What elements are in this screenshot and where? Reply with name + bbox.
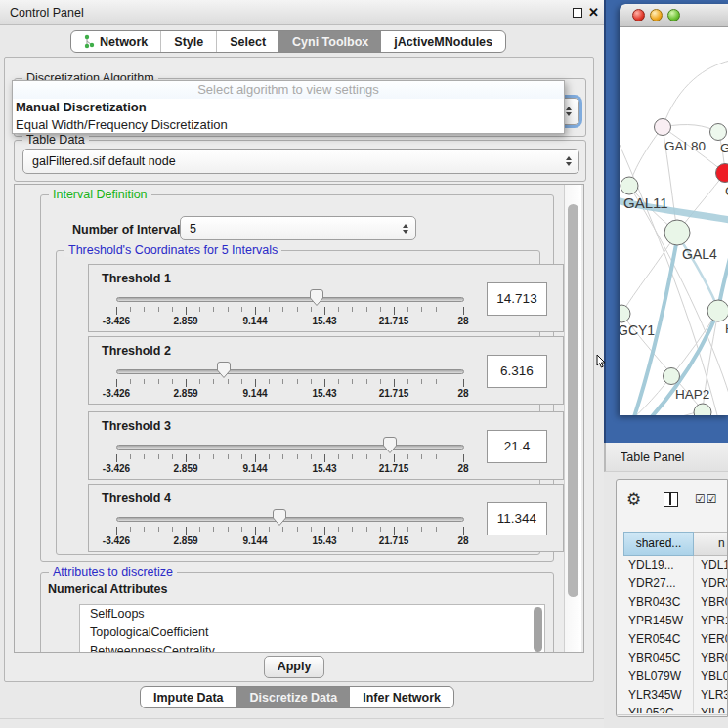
table-row[interactable]: YER054CYER0 [623,630,728,649]
network-window-titlebar[interactable] [620,4,728,27]
threshold-1-slider-thumb[interactable] [309,288,324,308]
tab-discretize-data[interactable]: Discretize Data [236,687,351,707]
table-data-value: galFiltered.sif default node [32,154,176,168]
node-label: GA [720,141,728,155]
attributes-group-label: Attributes to discretize [49,565,177,578]
table-data-combo[interactable]: galFiltered.sif default node [22,149,579,174]
slider-ticks [116,307,465,316]
threshold-2-value[interactable]: 6.316 [487,355,547,388]
tab-network[interactable]: Network [71,31,160,52]
screen: Control Panel ✕ Network Style Select Cyn… [0,0,728,728]
threshold-1-slider[interactable] [116,297,464,302]
threshold-2-slider-thumb[interactable] [216,361,232,380]
node-label: GCY1 [620,322,655,338]
numerical-attributes-label: Numerical Attributes [48,582,167,596]
scrollbar-thumb[interactable] [568,204,578,597]
network-window[interactable]: GAL80 GA C GAL11 GAL4 GCY1 H HAP2 [620,4,728,415]
table-data-group: Table Data galFiltered.sif default node [14,140,586,182]
column-header-name[interactable]: n [694,532,728,556]
threshold-1-value[interactable]: 14.713 [487,282,547,316]
number-of-intervals-value: 5 [190,222,196,236]
node-gal4[interactable] [664,220,690,245]
slider-ticks [116,379,465,388]
network-icon [84,34,95,49]
table-row[interactable]: YBR043CYBR0 [623,593,728,612]
slider-ticks [116,454,465,463]
threshold-4-panel: Threshold 4 -3.426 2.859 9.144 15.43 21.… [88,484,564,552]
slider-ticks [116,527,465,535]
tab-select[interactable]: Select [216,31,278,52]
node-ga[interactable] [710,124,727,141]
dropdown-option-equal-width[interactable]: Equal Width/Frequency Discretization [13,116,564,134]
horizontal-scrollbar[interactable] [617,714,727,717]
minimize-traffic-light-icon[interactable] [650,9,663,21]
network-desktop: GAL80 GA C GAL11 GAL4 GCY1 H HAP2 [604,0,728,443]
table-row[interactable]: YDL19...YDL1 [623,556,728,575]
threshold-coordinates-label: Threshold's Coordinates for 5 Intervals [64,243,281,257]
combo-arrows-icon [566,156,572,166]
column-header-shared[interactable]: shared... [623,532,694,556]
list-item[interactable]: BetweennessCentrality [80,642,544,653]
checkboxes-icon[interactable]: ☑☑ [695,492,718,506]
list-scrollbar[interactable] [534,607,542,652]
node-label: GAL80 [664,139,706,153]
network-canvas[interactable]: GAL80 GA C GAL11 GAL4 GCY1 H HAP2 [620,27,728,415]
table-row[interactable]: YBL079WYBL0 [623,667,728,686]
dropdown-option-manual[interactable]: Manual Discretization [13,99,564,116]
tab-jactivemnodules[interactable]: jActiveMNodules [381,31,505,52]
list-item[interactable]: SelfLoops [80,605,544,623]
table-rows: YDL19...YDL1 YDR27...YDR2 YBR043CYBR0 YP… [623,556,728,713]
threshold-3-slider[interactable] [116,445,464,450]
threshold-2-panel: Threshold 2 -3.426 2.859 9.144 15.43 21.… [88,336,564,405]
node-gal11[interactable] [621,177,638,194]
node-label: GAL11 [623,194,668,211]
table-panel-area: ⚙ ☑☑ shared... n YDL19...YDL1 YDR27...YD… [604,472,728,728]
table-row[interactable]: YDR27...YDR2 [623,575,728,593]
columns-icon[interactable] [664,492,678,507]
numerical-attributes-list[interactable]: SelfLoops TopologicalCoefficient Between… [79,604,545,653]
attributes-group: Attributes to discretize Numerical Attri… [40,572,554,653]
tab-style[interactable]: Style [160,31,216,52]
node-h[interactable] [707,300,728,321]
threshold-3-value[interactable]: 21.4 [487,430,547,463]
tab-infer-network[interactable]: Infer Network [350,687,453,707]
table-row[interactable]: YBR045CYBR0 [623,649,728,667]
table-row[interactable]: YIL052CYIL0 [623,705,728,713]
table-data-label: Table Data [22,133,89,147]
interval-definition-label: Interval Definition [49,188,151,201]
table-panel-titlebar: Table Panel [604,443,728,472]
tab-impute-data[interactable]: Impute Data [141,687,236,707]
panel-title: Control Panel [10,6,84,20]
close-traffic-light-icon[interactable] [632,9,645,21]
node-gal80[interactable] [655,119,671,136]
zoom-traffic-light-icon[interactable] [667,9,680,21]
node-hap2[interactable] [664,368,680,385]
threshold-4-slider-thumb[interactable] [272,508,287,528]
table-row[interactable]: YPR145WYPR1 [623,612,728,630]
threshold-4-value[interactable]: 11.344 [487,502,547,535]
gear-icon[interactable]: ⚙ [626,490,641,510]
tab-cyni-toolbox[interactable]: Cyni Toolbox [278,31,381,52]
node-gcy1[interactable] [620,305,630,322]
apply-button[interactable]: Apply [264,656,324,678]
number-of-intervals-combo[interactable]: 5 [180,216,416,240]
float-window-icon[interactable] [573,8,582,18]
algorithm-dropdown-popup: Select algorithm to view settings Manual… [12,80,565,134]
node-label: GAL4 [682,246,717,262]
close-icon[interactable]: ✕ [588,5,599,20]
vertical-scrollbar[interactable] [564,185,581,652]
settings-scrollpane: Interval Definition Number of Intervals … [14,184,584,653]
scrollbar-thumb[interactable] [620,716,713,717]
table-panel-title: Table Panel [621,450,684,464]
interval-definition-group: Interval Definition Number of Intervals … [40,194,554,562]
threshold-4-slider[interactable] [116,517,464,522]
threshold-3-slider-thumb[interactable] [382,436,398,455]
table-row[interactable]: YLR345WYLR3 [623,686,728,705]
list-item[interactable]: TopologicalCoefficient [80,623,544,642]
threshold-2-slider[interactable] [116,369,464,374]
table-header-row: shared... n [623,532,728,556]
threshold-1-panel: Threshold 1 -3.426 2.859 9.144 15.43 21.… [88,264,564,332]
combo-arrows-icon [566,107,572,116]
threshold-3-panel: Threshold 3 -3.426 2.859 9.144 15.43 21.… [88,411,564,480]
node-bottom[interactable] [694,404,711,415]
